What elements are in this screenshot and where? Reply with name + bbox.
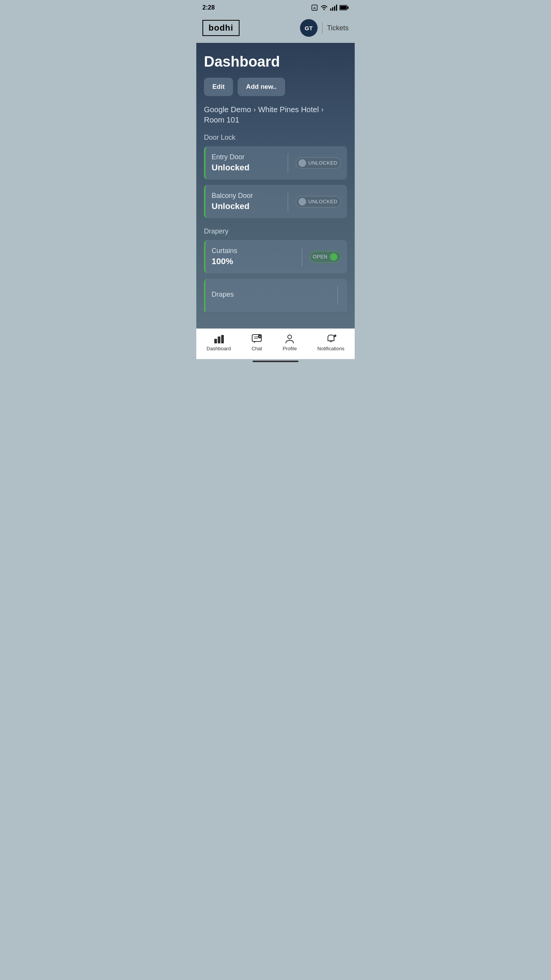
tickets-link[interactable]: Tickets — [327, 24, 349, 32]
svg-point-18 — [288, 335, 292, 339]
svg-rect-11 — [218, 336, 220, 343]
svg-rect-9 — [347, 7, 349, 9]
header-right: GT Tickets — [300, 19, 349, 37]
nav-chat[interactable]: + Chat — [251, 333, 262, 351]
curtains-name: Curtains — [212, 247, 294, 255]
svg-rect-6 — [336, 5, 337, 11]
balcony-door-info: Balcony Door Unlocked — [212, 192, 280, 211]
wifi-icon — [320, 5, 328, 11]
entry-door-card[interactable]: Entry Door Unlocked UNLOCKED — [204, 146, 347, 180]
curtains-toggle-text: OPEN — [313, 254, 328, 260]
card-divider-1 — [288, 154, 288, 173]
drapery-label: Drapery — [204, 227, 347, 235]
app-header: bodhi GT Tickets — [196, 15, 355, 43]
chat-icon: + — [251, 333, 262, 344]
drapes-card[interactable]: Drapes — [204, 279, 347, 312]
signal-icon — [330, 5, 337, 11]
nav-notifications-label: Notifications — [317, 346, 344, 351]
svg-text:+: + — [259, 335, 261, 338]
status-time: 2:28 — [202, 4, 215, 11]
home-indicator — [253, 361, 298, 362]
card-divider-3 — [302, 247, 302, 266]
svg-rect-8 — [340, 6, 347, 10]
avatar[interactable]: GT — [300, 19, 318, 37]
balcony-door-status: Unlocked — [212, 201, 280, 211]
breadcrumb-white-pines[interactable]: White Pines Hotel — [258, 105, 319, 114]
profile-icon — [284, 333, 295, 344]
drapery-section: Drapery Curtains 100% OPEN Drapes — [204, 227, 347, 312]
logo[interactable]: bodhi — [202, 20, 240, 36]
balcony-door-toggle-switch[interactable]: UNLOCKED — [296, 196, 341, 207]
curtains-toggle-switch[interactable]: OPEN — [310, 251, 341, 263]
nav-dashboard-label: Dashboard — [207, 346, 231, 351]
nav-dashboard[interactable]: Dashboard — [207, 333, 231, 351]
door-lock-section: Door Lock Entry Door Unlocked UNLOCKED B… — [204, 134, 347, 218]
entry-door-toggle[interactable]: UNLOCKED — [296, 157, 341, 169]
breadcrumb-arrow-2: › — [321, 106, 323, 114]
svg-rect-4 — [332, 7, 333, 11]
curtains-info: Curtains 100% — [212, 247, 294, 266]
breadcrumb-room-101[interactable]: Room 101 — [204, 116, 239, 124]
add-new-button[interactable]: Add new.. — [238, 78, 285, 96]
dashboard-icon — [214, 333, 224, 344]
balcony-door-toggle-text: UNLOCKED — [308, 199, 337, 204]
nav-profile-label: Profile — [283, 346, 297, 351]
svg-rect-10 — [214, 339, 217, 343]
status-bar: 2:28 A — [196, 0, 355, 15]
curtains-status: 100% — [212, 256, 294, 266]
action-buttons: Edit Add new.. — [204, 78, 347, 96]
svg-point-2 — [324, 9, 325, 10]
battery-icon — [339, 5, 349, 10]
balcony-door-card[interactable]: Balcony Door Unlocked UNLOCKED — [204, 185, 347, 218]
edit-button[interactable]: Edit — [204, 78, 233, 96]
svg-rect-3 — [330, 8, 331, 11]
balcony-door-name: Balcony Door — [212, 192, 280, 200]
curtains-card[interactable]: Curtains 100% OPEN — [204, 240, 347, 273]
svg-point-20 — [334, 335, 336, 337]
door-lock-label: Door Lock — [204, 134, 347, 142]
entry-door-toggle-text: UNLOCKED — [308, 160, 337, 166]
notifications-icon — [326, 333, 336, 344]
balcony-door-toggle[interactable]: UNLOCKED — [296, 196, 341, 207]
svg-rect-12 — [221, 335, 224, 343]
svg-text:A: A — [313, 6, 316, 10]
a-icon: A — [311, 4, 318, 11]
nav-chat-label: Chat — [251, 346, 262, 351]
header-divider — [322, 22, 323, 34]
nav-profile[interactable]: Profile — [283, 333, 297, 351]
entry-door-info: Entry Door Unlocked — [212, 153, 280, 173]
balcony-door-toggle-dot — [298, 198, 306, 206]
status-icons: A — [311, 4, 349, 11]
breadcrumb-google-demo[interactable]: Google Demo — [204, 105, 251, 114]
breadcrumb-arrow-1: › — [253, 106, 256, 114]
curtains-toggle[interactable]: OPEN — [310, 251, 341, 263]
nav-notifications[interactable]: Notifications — [317, 333, 344, 351]
card-divider-4 — [337, 286, 338, 305]
entry-door-status: Unlocked — [212, 163, 280, 173]
drapes-name: Drapes — [212, 291, 330, 299]
bottom-nav: Dashboard + Chat Profile Notifications — [196, 328, 355, 359]
entry-door-name: Entry Door — [212, 153, 280, 161]
page-title: Dashboard — [204, 54, 347, 70]
svg-rect-5 — [334, 6, 335, 11]
main-content: Dashboard Edit Add new.. Google Demo › W… — [196, 43, 355, 328]
entry-door-toggle-dot — [298, 159, 306, 167]
card-divider-2 — [288, 192, 288, 211]
breadcrumb: Google Demo › White Pines Hotel › Room 1… — [204, 105, 347, 124]
entry-door-toggle-switch[interactable]: UNLOCKED — [296, 157, 341, 169]
curtains-toggle-dot — [330, 253, 337, 261]
drapes-info: Drapes — [212, 291, 330, 300]
